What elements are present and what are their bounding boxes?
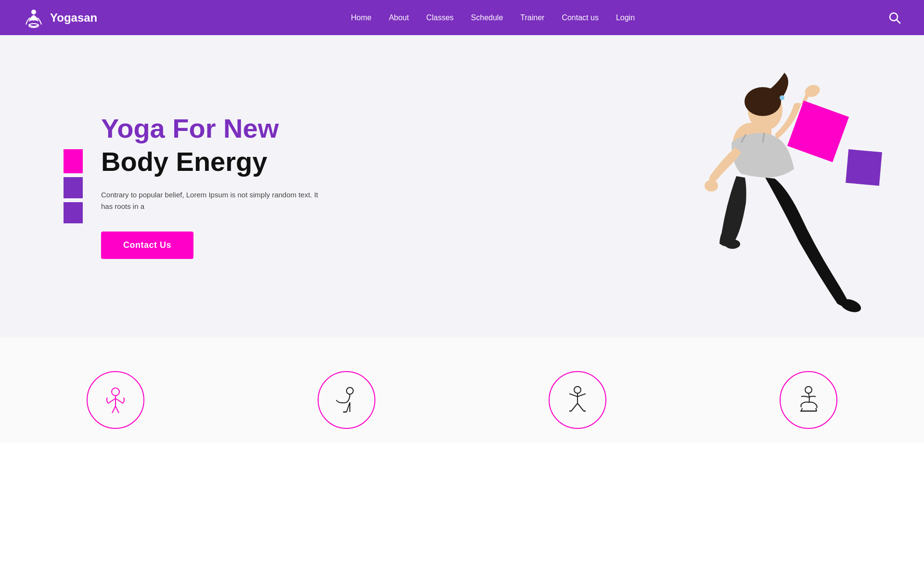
nav-links: Home About Classes Schedule Trainer Cont… [351,13,635,22]
svg-line-20 [346,402,350,412]
icon-card-4 [693,357,924,443]
hero-title-black: Body Energy [101,145,322,178]
svg-line-26 [578,403,584,411]
svg-line-25 [571,403,578,411]
hero-description: Contrary to popular belief, Lorem Ipsum … [101,189,322,212]
svg-line-18 [116,406,119,413]
hero-section: Yoga For New Body Energy Contrary to pop… [0,35,924,337]
svg-point-11 [705,180,718,192]
search-button[interactable] [888,12,901,24]
nav-item-contact[interactable]: Contact us [562,13,598,22]
deco-purple-square [846,149,882,186]
brand-name: Yogasan [50,11,97,25]
svg-line-3 [897,20,900,23]
hero-title-colored: Yoga For New [101,114,322,143]
nav-link-contact[interactable]: Contact us [562,13,598,22]
nav-item-about[interactable]: About [389,13,409,22]
yoga-person-illustration [616,58,886,337]
nav-link-classes[interactable]: Classes [426,13,454,22]
icon-circle-2 [318,371,375,429]
svg-point-23 [574,387,581,393]
nav-item-home[interactable]: Home [351,13,372,22]
icon-circle-3 [549,371,606,429]
hero-image-area [587,35,924,337]
brand-logo [23,7,44,28]
hero-content: Yoga For New Body Energy Contrary to pop… [0,85,322,288]
icon-card-3 [462,357,693,443]
icon-card-1 [0,357,231,443]
yoga-icon-3 [561,383,594,417]
yoga-icon-4 [792,383,825,417]
nav-item-trainer[interactable]: Trainer [520,13,544,22]
nav-item-login[interactable]: Login [616,13,635,22]
icon-card-2 [231,357,462,443]
nav-link-home[interactable]: Home [351,13,372,22]
nav-link-about[interactable]: About [389,13,409,22]
bottom-section [0,337,924,443]
icon-circle-4 [780,371,837,429]
brand: Yogasan [23,7,97,28]
search-icon [888,12,901,24]
svg-line-17 [112,406,116,413]
svg-point-19 [346,387,353,394]
nav-item-classes[interactable]: Classes [426,13,454,22]
svg-point-0 [31,10,36,14]
nav-link-trainer[interactable]: Trainer [520,13,544,22]
nav-item-schedule[interactable]: Schedule [471,13,503,22]
contact-us-button[interactable]: Contact Us [101,232,193,259]
svg-point-15 [112,388,119,396]
svg-point-29 [805,387,812,393]
icon-circle-1 [87,371,144,429]
nav-link-login[interactable]: Login [616,13,635,22]
nav-link-schedule[interactable]: Schedule [471,13,503,22]
navbar: Yogasan Home About Classes Schedule Trai… [0,0,924,35]
yoga-icon-1 [99,383,132,417]
yoga-icon-2 [330,383,363,417]
svg-point-7 [780,95,784,100]
